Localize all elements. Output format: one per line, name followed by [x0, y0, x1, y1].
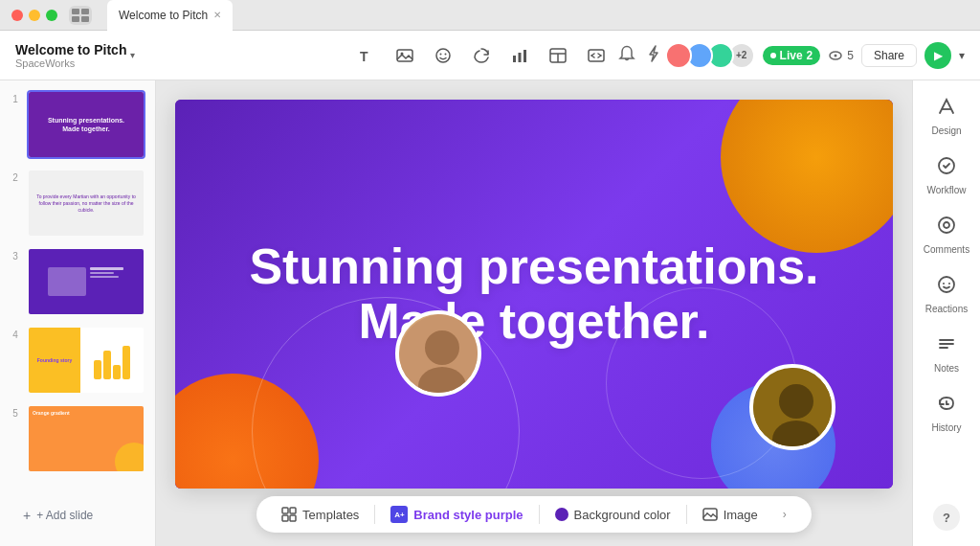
history-label: History [931, 422, 961, 433]
more-arrow-icon: › [783, 508, 787, 521]
add-slide-label: + Add slide [36, 509, 93, 522]
image-label: Image [724, 508, 758, 522]
minimize-button[interactable] [29, 10, 40, 21]
slide-5-text: Orange gradient [33, 410, 140, 416]
maximize-button[interactable] [46, 10, 57, 21]
workflow-panel-button[interactable]: Workflow [913, 148, 980, 203]
live-badge[interactable]: Live 2 [763, 46, 821, 65]
lightning-icon[interactable] [644, 44, 663, 67]
svg-point-9 [444, 53, 446, 55]
svg-rect-10 [513, 56, 516, 62]
slide-item-2[interactable]: 2 To provide every Martian with an oppor… [8, 167, 147, 239]
svg-point-7 [436, 49, 450, 62]
svg-rect-2 [72, 16, 79, 22]
svg-point-20 [425, 330, 459, 365]
embed-tool-icon[interactable] [583, 42, 610, 69]
slide-4-label: Founding story [33, 353, 76, 367]
reactions-icon [936, 274, 957, 300]
more-options-icon[interactable]: ▾ [959, 49, 965, 62]
canvas-area: Stunning presentations. Made together. [156, 80, 912, 546]
svg-point-23 [779, 384, 813, 419]
main-toolbar: Welcome to Pitch SpaceWorks ▾ T [0, 31, 980, 80]
traffic-lights [11, 10, 57, 21]
slide-bottom-toolbar: Templates A+ Brand style purple Backgrou… [256, 496, 812, 533]
text-tool-icon[interactable]: T [353, 42, 380, 69]
tab-close-icon[interactable]: ✕ [213, 10, 221, 20]
notifications-icon[interactable] [617, 44, 636, 67]
svg-rect-0 [72, 9, 79, 14]
slide-1-thumb-text: Stunning presentations.Made together. [48, 116, 124, 133]
notes-label: Notes [934, 363, 959, 374]
views-count: 5 [828, 48, 854, 63]
share-button[interactable]: Share [861, 44, 917, 67]
slide-item-1[interactable]: 1 Stunning presentations.Made together. [8, 88, 147, 161]
slide-thumbnail-1[interactable]: Stunning presentations.Made together. [27, 90, 145, 159]
collaborator-avatars: +2 [671, 42, 755, 69]
live-dot [770, 53, 776, 58]
app-title-group[interactable]: Welcome to Pitch SpaceWorks ▾ [15, 42, 135, 69]
slide-number-2: 2 [10, 169, 21, 183]
slide-thumbnail-4[interactable]: Founding story [27, 326, 145, 395]
comments-panel-button[interactable]: Comments [913, 207, 980, 262]
app-title-text: Welcome to Pitch [15, 42, 126, 57]
slide-item-5[interactable]: 5 Orange gradient [8, 402, 147, 475]
svg-text:T: T [360, 49, 368, 64]
bg-color-dot [555, 508, 568, 521]
templates-icon [281, 507, 297, 522]
title-chevron-icon[interactable]: ▾ [130, 50, 135, 60]
svg-point-37 [944, 222, 949, 228]
notes-icon [936, 333, 957, 359]
slide-item-4[interactable]: 4 Founding story [8, 324, 147, 397]
svg-rect-26 [290, 508, 296, 513]
svg-rect-12 [523, 50, 526, 62]
svg-point-38 [939, 277, 954, 292]
toolbar-right: +2 Live 2 5 Share ▶ ▾ [617, 42, 965, 69]
svg-rect-1 [81, 9, 89, 14]
design-label: Design [931, 125, 961, 136]
slides-sidebar: 1 Stunning presentations.Made together. … [0, 80, 156, 546]
person-avatar-left [395, 310, 481, 397]
slide-number-3: 3 [10, 247, 21, 262]
svg-rect-28 [290, 515, 296, 521]
table-tool-icon[interactable] [545, 42, 571, 69]
chart-tool-icon[interactable] [506, 42, 533, 69]
active-tab[interactable]: Welcome to Pitch ✕ [107, 0, 233, 31]
emoji-tool-icon[interactable] [430, 42, 457, 69]
history-panel-button[interactable]: History [913, 385, 980, 441]
toolbar-divider-2 [539, 505, 540, 524]
svg-point-18 [835, 54, 837, 57]
main-slide-canvas: Stunning presentations. Made together. [175, 100, 893, 489]
slide-thumbnail-2[interactable]: To provide every Martian with an opportu… [27, 169, 145, 238]
more-options-button[interactable]: › [773, 504, 796, 525]
help-button[interactable]: ? [933, 504, 960, 531]
reactions-panel-button[interactable]: Reactions [913, 266, 980, 322]
rotate-tool-icon[interactable] [468, 42, 495, 69]
slide-thumbnail-3[interactable] [27, 247, 145, 316]
slide-thumbnail-5[interactable]: Orange gradient [27, 404, 145, 473]
title-bar: Welcome to Pitch ✕ [0, 0, 980, 31]
design-icon [936, 96, 957, 122]
templates-label: Templates [302, 508, 359, 522]
add-slide-plus-icon: + [23, 508, 31, 523]
brand-style-button[interactable]: A+ Brand style purple [381, 502, 532, 527]
notes-panel-button[interactable]: Notes [913, 326, 980, 381]
design-panel-button[interactable]: Design [913, 88, 980, 144]
slide-main-heading: Stunning presentations. Made together. [223, 239, 845, 349]
tab-title: Welcome to Pitch [119, 9, 208, 22]
svg-rect-25 [282, 508, 288, 513]
image-tool-icon[interactable] [391, 42, 418, 69]
grid-icon [71, 8, 90, 23]
main-area: 1 Stunning presentations.Made together. … [0, 80, 980, 546]
toolbar-tools: T [353, 42, 610, 69]
brand-style-label: Brand style purple [413, 508, 523, 522]
background-color-button[interactable]: Background color [546, 504, 680, 526]
play-button[interactable]: ▶ [924, 42, 951, 69]
tab-switcher[interactable] [69, 6, 92, 25]
add-slide-button[interactable]: + + Add slide [15, 500, 140, 531]
svg-point-39 [943, 283, 945, 284]
templates-button[interactable]: Templates [272, 503, 368, 526]
history-icon [936, 393, 957, 419]
image-button[interactable]: Image [693, 503, 768, 526]
slide-item-3[interactable]: 3 [8, 245, 147, 318]
close-button[interactable] [11, 10, 23, 21]
